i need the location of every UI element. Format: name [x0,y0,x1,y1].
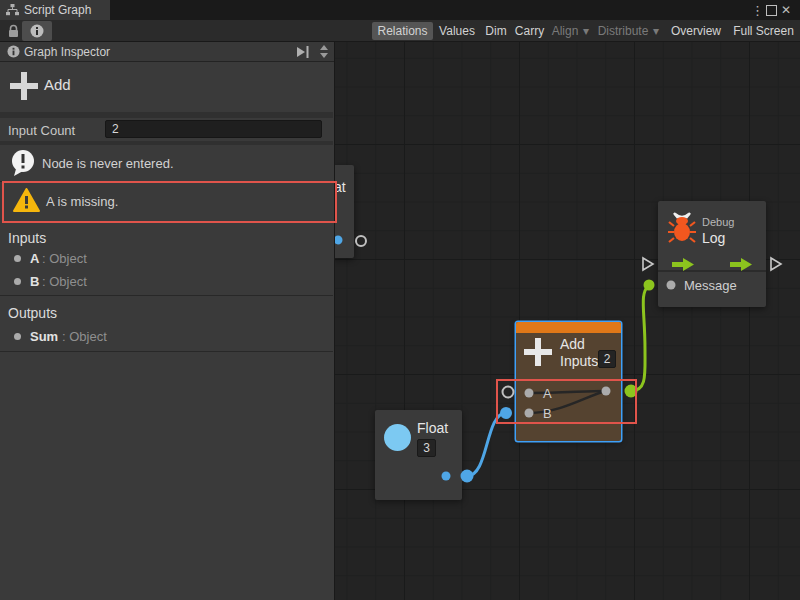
close-icon[interactable]: ✕ [781,0,791,20]
wire-sum-to-message[interactable] [631,285,649,391]
align-dropdown-icon[interactable]: ▾ [580,22,592,40]
dock-icon[interactable] [296,46,310,58]
divider [0,295,333,296]
missing-a-connection-circle[interactable] [502,386,515,399]
float-node[interactable]: Float 3 [375,410,462,500]
title-bar: Script Graph ⋮ ✕ [0,0,800,20]
port-a-label: A [543,386,552,401]
float-output-wire-endpoint[interactable] [461,470,474,483]
input-count-label: Input Count [8,123,75,138]
tab-label: Script Graph [24,3,91,17]
tab-script-graph[interactable]: Script Graph [0,0,110,20]
distribute-button[interactable]: Distribute [594,22,652,40]
debug-log-node[interactable]: Debug Log Message [658,201,766,307]
dim-button[interactable]: Dim [481,22,511,40]
add-output-sum-port[interactable] [602,387,611,396]
graph-inspector-header: Graph Inspector [0,42,334,62]
flow-port-left-triangle[interactable] [641,256,655,272]
inspector-toggle-button[interactable] [22,21,52,41]
section-gap [0,112,333,118]
info-icon [7,45,20,58]
add-input-b-port[interactable] [525,409,534,418]
add-node-subtitle: Inputs [560,353,598,369]
message-input-port[interactable] [667,281,676,290]
graph-toolbar: enemy Zoom 1x Relations Values Dim Carry… [0,20,800,42]
graph-icon [6,4,19,16]
disconnected-endpoint-circle[interactable] [355,235,367,247]
window-menu-icon[interactable]: ⋮ [751,0,764,20]
connection-wires [335,42,800,600]
float-value-field[interactable]: 3 [417,439,436,457]
flow-in-arrow-icon[interactable] [672,258,694,271]
output-sum-name: Sum [30,329,58,344]
port-b-label: B [543,406,552,421]
flow-port-right-triangle[interactable] [769,256,783,272]
carry-button[interactable]: Carry [511,22,548,40]
values-button[interactable]: Values [434,22,480,40]
sum-wire-endpoint[interactable] [625,385,638,398]
output-sum-type: : Object [62,329,107,344]
script-graph-window: Script Graph ⋮ ✕ [0,0,800,600]
hidden-node-title-fragment: at [335,179,346,195]
message-port-label: Message [684,278,737,293]
graph-canvas[interactable]: at Float 3 Add Inputs 2 A B [335,42,800,600]
input-a-dot [14,255,21,262]
input-a-name: A [30,251,39,266]
add-node-highlight-bar [516,322,621,333]
warning-triangle-icon [13,188,40,213]
outputs-header: Outputs [8,305,57,321]
debug-node-title: Log [702,230,725,246]
wire-float-to-b[interactable] [467,413,506,476]
align-button[interactable]: Align [548,22,582,40]
add-icon [524,338,552,366]
lock-icon[interactable] [7,24,20,38]
input-count-field[interactable]: 2 [105,120,322,138]
warning-text: Node is never entered. [42,156,174,171]
add-inputs-count: 2 [598,350,616,368]
inspector-title: Graph Inspector [24,45,110,59]
float-icon [384,424,411,451]
warning-text: A is missing. [46,194,118,209]
info-icon [30,24,44,38]
float-output-port[interactable] [442,472,451,481]
divider [0,181,333,182]
input-b-type: : Object [42,274,87,289]
add-node-icon [10,72,38,100]
input-a-type: : Object [42,251,87,266]
graph-inspector-panel: Graph Inspector Add Input Count 2 [0,42,335,600]
speech-bubble-exclamation-icon [10,149,36,177]
message-wire-endpoint[interactable] [644,280,655,291]
output-sum-dot [14,333,21,340]
divider [0,351,333,352]
fullscreen-button[interactable]: Full Screen [728,22,799,40]
relations-button[interactable]: Relations [372,22,433,40]
inputs-header: Inputs [8,230,46,246]
bug-icon [668,212,696,244]
b-wire-endpoint[interactable] [500,407,512,419]
flow-out-arrow-icon[interactable] [730,258,752,271]
maximize-icon[interactable] [766,0,777,20]
add-node[interactable]: Add Inputs 2 A B [516,322,621,441]
debug-node-category: Debug [702,216,734,228]
scrub-arrows-icon[interactable] [317,44,331,60]
add-input-a-port[interactable] [525,389,534,398]
inspector-node-title: Add [44,76,71,93]
warning-a-missing: A is missing. [0,183,334,219]
warning-never-entered: Node is never entered. [0,145,334,181]
add-node-title: Add [560,336,585,352]
overview-button[interactable]: Overview [665,22,727,40]
distribute-dropdown-icon[interactable]: ▾ [650,22,662,40]
input-b-name: B [30,274,39,289]
float-node-title: Float [417,420,448,436]
input-b-dot [14,278,21,285]
